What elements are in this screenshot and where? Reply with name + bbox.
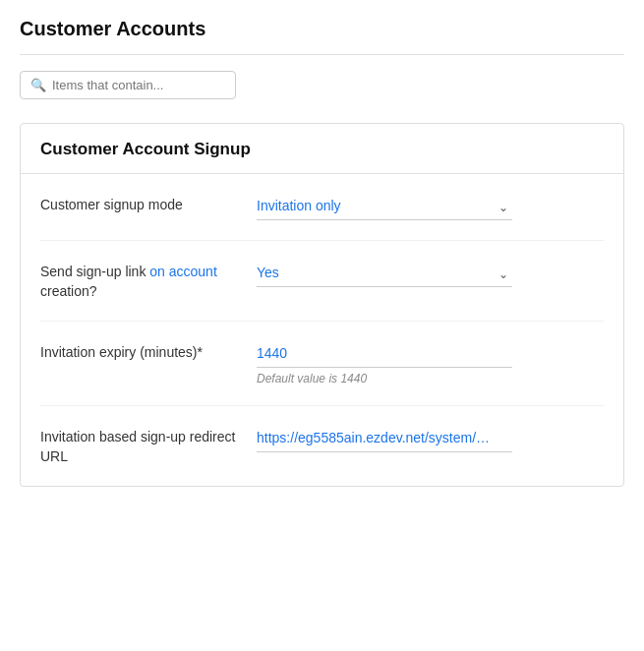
search-container: 🔍	[20, 71, 624, 99]
page-container: Customer Accounts 🔍 Customer Account Sig…	[0, 0, 644, 651]
select-wrapper-send-link: Yes No ⌄	[257, 261, 512, 287]
form-row-send-link: Send sign-up link on account creation? Y…	[40, 241, 604, 322]
select-signup-mode[interactable]: Invitation only Open Disabled	[257, 194, 512, 220]
control-redirect-url	[257, 426, 604, 452]
page-title: Customer Accounts	[20, 18, 624, 55]
search-input-wrapper: 🔍	[20, 71, 236, 99]
form-row-redirect-url: Invitation based sign-up redirect URL	[40, 406, 604, 486]
label-link-send-link[interactable]: on account	[149, 264, 217, 279]
input-expiry[interactable]	[257, 341, 512, 368]
expiry-hint: Default value is 1440	[257, 372, 604, 385]
control-signup-mode: Invitation only Open Disabled ⌄	[257, 194, 604, 220]
input-redirect-url[interactable]	[257, 426, 512, 452]
label-redirect-url: Invitation based sign-up redirect URL	[40, 426, 257, 466]
control-expiry: Default value is 1440	[257, 341, 604, 385]
select-send-link[interactable]: Yes No	[257, 261, 512, 287]
control-send-link: Yes No ⌄	[257, 261, 604, 287]
label-signup-mode: Customer signup mode	[40, 194, 257, 215]
section-card: Customer Account Signup Customer signup …	[20, 123, 624, 487]
section-body: Customer signup mode Invitation only Ope…	[21, 174, 623, 486]
label-send-link: Send sign-up link on account creation?	[40, 261, 257, 301]
form-row-signup-mode: Customer signup mode Invitation only Ope…	[40, 174, 604, 241]
form-row-expiry: Invitation expiry (minutes)* Default val…	[40, 322, 604, 406]
select-wrapper-signup-mode: Invitation only Open Disabled ⌄	[257, 194, 512, 220]
search-icon: 🔍	[30, 78, 46, 92]
search-input[interactable]	[52, 78, 225, 92]
label-expiry: Invitation expiry (minutes)*	[40, 341, 257, 363]
section-title: Customer Account Signup	[21, 124, 623, 174]
